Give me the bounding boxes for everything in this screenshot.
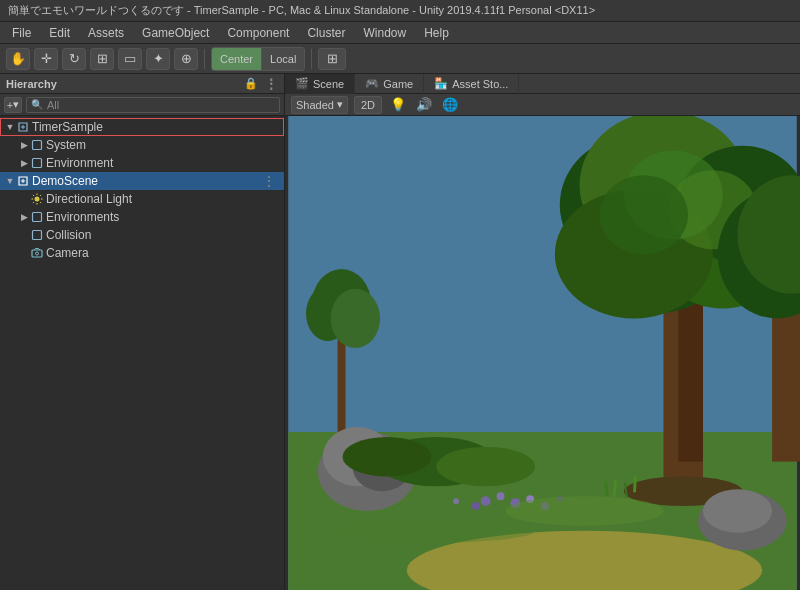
game-tab[interactable]: 🎮 Game <box>355 74 424 94</box>
svg-point-43 <box>343 437 432 477</box>
hierarchy-toolbar: +▾ 🔍 All <box>0 94 284 116</box>
svg-point-37 <box>599 175 688 254</box>
environment-label: Environment <box>46 156 113 170</box>
svg-point-45 <box>497 492 505 500</box>
svg-point-2 <box>35 197 40 202</box>
svg-point-44 <box>481 496 491 506</box>
menu-bar: File Edit Assets GameObject Component Cl… <box>0 22 800 44</box>
game-tab-label: Game <box>383 78 413 90</box>
tree-item-directional-light[interactable]: ▶ Directional Light <box>0 190 284 208</box>
tree-item-camera[interactable]: ▶ Camera <box>0 244 284 262</box>
svg-line-9 <box>40 195 41 196</box>
shading-select[interactable]: Shaded ▾ <box>291 96 348 114</box>
svg-point-55 <box>703 489 772 532</box>
light-toggle-btn[interactable]: 💡 <box>388 96 408 114</box>
hierarchy-more-icon[interactable]: ⋮ <box>264 76 278 92</box>
search-placeholder: All <box>47 99 59 111</box>
skybox-toggle-btn[interactable]: 🌐 <box>440 96 460 114</box>
scene-tab[interactable]: 🎬 Scene <box>285 74 355 94</box>
svg-rect-12 <box>33 231 42 240</box>
gameobject-icon-environments <box>30 210 44 224</box>
move-tool-btn[interactable]: ✛ <box>34 48 58 70</box>
scene-toolbar: Shaded ▾ 2D 💡 🔊 🌐 <box>285 94 800 116</box>
tree-item-demo-scene[interactable]: ▼ DemoScene ⋮ <box>0 172 284 190</box>
arrow-environments: ▶ <box>18 212 30 222</box>
local-btn[interactable]: Local <box>262 48 304 70</box>
shading-label: Shaded <box>296 99 334 111</box>
scale-tool-btn[interactable]: ⊞ <box>90 48 114 70</box>
scene-panel: 🎬 Scene 🎮 Game 🏪 Asset Sto... Shaded ▾ 2… <box>285 74 800 590</box>
transform-tool-btn[interactable]: ✦ <box>146 48 170 70</box>
audio-toggle-btn[interactable]: 🔊 <box>414 96 434 114</box>
shading-dropdown-icon: ▾ <box>337 98 343 111</box>
menu-window[interactable]: Window <box>355 24 414 42</box>
tree-item-environment[interactable]: ▶ Environment <box>0 154 284 172</box>
search-icon: 🔍 <box>31 99 43 110</box>
menu-file[interactable]: File <box>4 24 39 42</box>
tree-item-timer-sample[interactable]: ▼ TimerSample ⋮ <box>0 118 284 136</box>
gameobject-icon-environment <box>30 156 44 170</box>
hierarchy-header: Hierarchy 🔒 ⋮ <box>0 74 284 94</box>
2d-btn[interactable]: 2D <box>354 96 382 114</box>
main-area: Hierarchy 🔒 ⋮ +▾ 🔍 All ▼ <box>0 74 800 590</box>
scene-icon-demo-scene <box>16 174 30 188</box>
svg-rect-13 <box>32 250 42 257</box>
tree-item-collision[interactable]: ▶ Collision <box>0 226 284 244</box>
svg-point-53 <box>338 519 536 543</box>
menu-help[interactable]: Help <box>416 24 457 42</box>
arrow-directional-light: ▶ <box>18 194 30 204</box>
svg-rect-0 <box>33 141 42 150</box>
demo-scene-label: DemoScene <box>32 174 98 188</box>
svg-rect-11 <box>33 213 42 222</box>
svg-point-49 <box>453 498 459 504</box>
asset-store-tab[interactable]: 🏪 Asset Sto... <box>424 74 519 94</box>
hand-tool-btn[interactable]: ✋ <box>6 48 30 70</box>
arrow-system: ▶ <box>18 140 30 150</box>
asset-icon: 🏪 <box>434 77 448 90</box>
lock-icon[interactable]: 🔒 <box>244 77 258 90</box>
menu-gameobject[interactable]: GameObject <box>134 24 217 42</box>
hierarchy-content: ▼ TimerSample ⋮ ▶ <box>0 116 284 590</box>
menu-cluster[interactable]: Cluster <box>299 24 353 42</box>
tree-item-system[interactable]: ▶ System <box>0 136 284 154</box>
rect-tool-btn[interactable]: ▭ <box>118 48 142 70</box>
arrow-camera: ▶ <box>18 248 30 258</box>
hierarchy-search[interactable]: 🔍 All <box>26 97 280 113</box>
svg-point-46 <box>472 502 480 510</box>
light-icon-directional <box>30 192 44 206</box>
hierarchy-title: Hierarchy <box>6 78 57 90</box>
arrow-demo-scene: ▼ <box>4 176 16 186</box>
tree-item-environments[interactable]: ▶ Environments <box>0 208 284 226</box>
toolbar: ✋ ✛ ↻ ⊞ ▭ ✦ ⊕ Center Local ⊞ <box>0 44 800 74</box>
collision-icon <box>30 228 44 242</box>
svg-line-10 <box>33 202 34 203</box>
hierarchy-add-btn[interactable]: +▾ <box>4 97 22 113</box>
menu-edit[interactable]: Edit <box>41 24 78 42</box>
center-btn[interactable]: Center <box>212 48 262 70</box>
svg-rect-1 <box>33 159 42 168</box>
scene-background <box>285 116 800 590</box>
custom-tool-btn[interactable]: ⊕ <box>174 48 198 70</box>
svg-line-7 <box>33 195 34 196</box>
grid-btn[interactable]: ⊞ <box>318 48 346 70</box>
rotate-tool-btn[interactable]: ↻ <box>62 48 86 70</box>
svg-point-52 <box>505 496 663 526</box>
scene-tab-icon: 🎬 <box>295 77 309 90</box>
svg-point-21 <box>331 289 380 348</box>
arrow-collision: ▶ <box>18 230 30 240</box>
svg-point-42 <box>436 447 535 487</box>
scene-view[interactable] <box>285 116 800 590</box>
timer-sample-label: TimerSample <box>32 120 103 134</box>
collision-label: Collision <box>46 228 91 242</box>
2d-label: 2D <box>361 99 375 111</box>
camera-icon <box>30 246 44 260</box>
title-text: 簡単でエモいワールドつくるのです - TimerSample - PC, Mac… <box>8 3 595 18</box>
menu-component[interactable]: Component <box>219 24 297 42</box>
title-bar: 簡単でエモいワールドつくるのです - TimerSample - PC, Mac… <box>0 0 800 22</box>
scene-tab-label: Scene <box>313 78 344 90</box>
menu-assets[interactable]: Assets <box>80 24 132 42</box>
scene-tabs: 🎬 Scene 🎮 Game 🏪 Asset Sto... <box>285 74 800 94</box>
demo-scene-kebab[interactable]: ⋮ <box>258 173 280 189</box>
gameobject-icon-system <box>30 138 44 152</box>
environments-label: Environments <box>46 210 119 224</box>
